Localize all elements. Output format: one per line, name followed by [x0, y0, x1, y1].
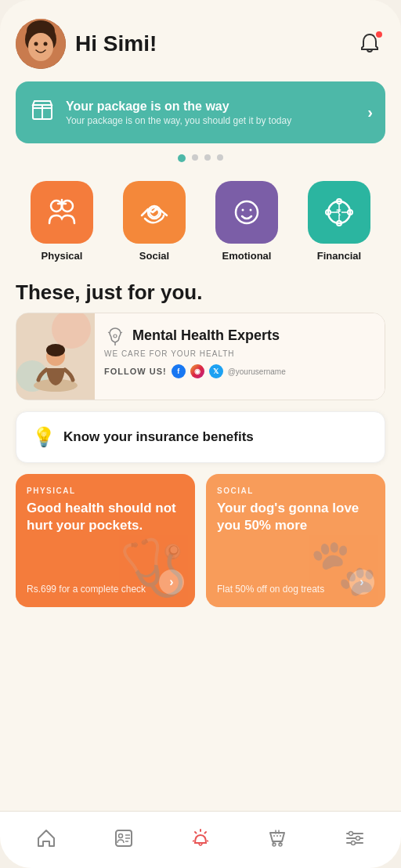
section-title: These, just for you.: [0, 268, 401, 313]
home-icon: [35, 827, 57, 849]
social-icons: f ◉ 𝕏 @yourusername: [172, 364, 286, 378]
package-icon: [28, 96, 56, 129]
category-financial[interactable]: ₹ Financial: [308, 181, 370, 262]
nav-profile[interactable]: [105, 824, 143, 852]
svg-point-10: [62, 201, 73, 212]
category-emotional[interactable]: Emotional: [215, 181, 278, 262]
financial-icon: ₹: [308, 181, 370, 244]
mhe-subtitle: WE CARE FOR YOUR HEALTH: [104, 349, 375, 358]
brain-icon: [104, 324, 126, 346]
social-handle: @yourusername: [228, 367, 286, 376]
banner-arrow: ›: [367, 103, 373, 121]
wave-icon-button[interactable]: 🤙: [310, 28, 341, 60]
svg-text:₹: ₹: [336, 208, 341, 217]
facebook-icon: f: [172, 364, 186, 378]
greeting-text: Hi Simi!: [75, 31, 310, 56]
svg-point-26: [46, 344, 65, 356]
twitter-icon: 𝕏: [209, 364, 223, 378]
avatar[interactable]: [16, 19, 66, 69]
promo-cards: PHYSICAL Good health should not hurt you…: [0, 474, 401, 607]
svg-point-4: [28, 33, 53, 61]
svg-point-43: [351, 841, 355, 845]
insurance-emoji: 💡: [32, 426, 56, 448]
card-featured-image: [16, 313, 95, 400]
mhe-title: Mental Health Experts: [132, 327, 280, 344]
alert-icon: [190, 827, 211, 849]
svg-point-14: [250, 209, 252, 212]
physical-icon: [31, 181, 93, 244]
social-icon: [123, 181, 186, 244]
promo-title-physical: Good health should not hurt your pockets…: [27, 500, 184, 534]
svg-point-9: [51, 201, 62, 212]
card-featured-body: Mental Health Experts WE CARE FOR YOUR H…: [95, 313, 385, 400]
nav-alert[interactable]: [182, 824, 219, 852]
nav-shop[interactable]: [258, 824, 296, 852]
promo-title-social: Your dog's gonna love you 50% more: [217, 500, 374, 534]
svg-point-41: [349, 832, 352, 836]
promo-bg-icon-social: 🐾: [309, 535, 378, 599]
svg-point-13: [242, 209, 244, 212]
instagram-icon: ◉: [190, 364, 204, 378]
svg-point-27: [114, 335, 117, 338]
filters-icon: [344, 827, 366, 849]
follow-label: FOLLOW US!: [104, 367, 167, 376]
dot-2[interactable]: [192, 154, 198, 161]
physical-label: Physical: [42, 250, 83, 262]
insurance-banner[interactable]: 💡 Know your insurance benefits: [16, 411, 385, 463]
social-label: Social: [139, 250, 169, 262]
bottom-nav: [0, 811, 401, 868]
svg-point-6: [44, 42, 48, 46]
nav-home[interactable]: [27, 824, 65, 852]
mental-health-card[interactable]: Mental Health Experts WE CARE FOR YOUR H…: [16, 313, 385, 400]
card-featured-header: Mental Health Experts: [104, 324, 375, 346]
promo-card-social[interactable]: SOCIAL Your dog's gonna love you 50% mor…: [206, 474, 385, 607]
header-icons: 🤙: [310, 28, 385, 60]
category-physical[interactable]: Physical: [31, 181, 93, 262]
dot-3[interactable]: [204, 154, 211, 161]
svg-point-12: [236, 201, 258, 223]
categories-section: Physical Social: [0, 168, 401, 268]
mhe-footer: FOLLOW US! f ◉ 𝕏 @yourusername: [104, 364, 375, 378]
emotional-label: Emotional: [222, 250, 272, 262]
shop-icon: [266, 827, 288, 849]
dot-1[interactable]: [178, 154, 186, 162]
promo-card-physical[interactable]: PHYSICAL Good health should not hurt you…: [16, 474, 195, 607]
banner-container: Your package is on the way Your package …: [0, 81, 401, 143]
svg-point-29: [118, 834, 122, 838]
financial-label: Financial: [317, 250, 361, 262]
profile-icon: [113, 827, 135, 849]
emotional-icon: [215, 181, 278, 244]
dot-4[interactable]: [217, 154, 223, 161]
banner-text-block: Your package is on the way Your package …: [66, 99, 358, 126]
promo-cat-label-physical: PHYSICAL: [27, 486, 184, 495]
header: Hi Simi! 🤙: [0, 0, 401, 78]
carousel-dots: [0, 154, 401, 162]
insurance-label: Know your insurance benefits: [63, 429, 254, 445]
nav-settings[interactable]: [336, 824, 374, 852]
svg-point-42: [356, 837, 359, 841]
notification-badge: [374, 30, 384, 39]
notification-button[interactable]: [354, 28, 385, 60]
banner-subtitle: Your package is on the way, you should g…: [66, 115, 358, 126]
promo-price-social: Flat 50% off on dog treats: [217, 584, 324, 595]
svg-point-5: [34, 42, 38, 46]
promo-bg-icon-physical: 🩺: [119, 535, 187, 599]
svg-text:🤙: 🤙: [313, 34, 337, 56]
avatar-image: [16, 19, 66, 69]
package-banner[interactable]: Your package is on the way Your package …: [16, 81, 385, 143]
category-social[interactable]: Social: [123, 181, 186, 262]
banner-title: Your package is on the way: [66, 99, 358, 114]
promo-cat-label-social: SOCIAL: [217, 486, 374, 495]
